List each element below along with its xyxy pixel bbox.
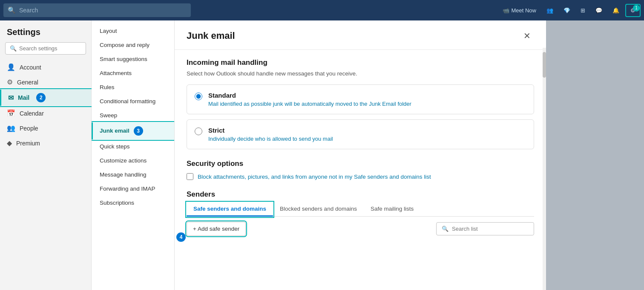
people-icon: 👥 xyxy=(546,7,553,14)
video-icon: 📹 xyxy=(503,7,509,14)
submenu-layout[interactable]: Layout xyxy=(92,24,174,38)
standard-radio[interactable] xyxy=(195,93,202,100)
scroll-indicator[interactable] xyxy=(543,48,546,290)
badge-1: 1 xyxy=(633,5,640,12)
panel-title: Junk email xyxy=(187,30,235,41)
submenu-sweep[interactable]: Sweep xyxy=(92,108,174,122)
chat-icon: 💬 xyxy=(595,7,602,14)
senders-section: Senders Safe senders and domains Blocked… xyxy=(187,190,534,236)
block-attachments-label: Block attachments, pictures, and links f… xyxy=(198,174,431,180)
security-title: Security options xyxy=(187,160,534,168)
mail-icon: ✉ xyxy=(8,94,14,102)
global-search[interactable]: 🔍 xyxy=(3,3,191,17)
people-nav-icon: 👥 xyxy=(7,124,15,132)
security-checkbox-row: Block attachments, pictures, and links f… xyxy=(187,173,534,180)
senders-tabs: Safe senders and domains Blocked senders… xyxy=(187,202,534,217)
right-gray-area xyxy=(546,20,644,290)
bell-button[interactable]: 🔔 xyxy=(608,5,624,16)
global-search-input[interactable] xyxy=(19,7,187,14)
panel-header: Junk email ✕ xyxy=(175,20,546,50)
sidebar-item-label: Calendar xyxy=(20,110,44,117)
mail-badge: 2 xyxy=(36,93,46,102)
layout-button[interactable]: ⊞ xyxy=(576,5,589,16)
sidebar-item-account[interactable]: 👤 Account xyxy=(0,60,91,75)
senders-title: Senders xyxy=(187,190,534,199)
junk-badge: 3 xyxy=(134,126,143,136)
panel-body: Incoming mail handling Select how Outloo… xyxy=(175,50,546,290)
close-button[interactable]: ✕ xyxy=(520,29,534,43)
submenu-subscriptions[interactable]: Subscriptions xyxy=(92,196,174,210)
tab-blocked-senders[interactable]: Blocked senders and domains xyxy=(273,202,364,217)
submenu-forwarding-imap[interactable]: Forwarding and IMAP xyxy=(92,182,174,196)
submenu-customize-actions[interactable]: Customize actions xyxy=(92,154,174,168)
strict-label: Strict xyxy=(208,127,333,134)
senders-body: + Add safe sender 🔍 xyxy=(187,222,534,236)
submenu-rules[interactable]: Rules xyxy=(92,80,174,94)
tab-safe-mailing[interactable]: Safe mailing lists xyxy=(364,202,420,217)
content-panel: Junk email ✕ Incoming mail handling Sele… xyxy=(175,20,546,290)
sidebar-item-label: Account xyxy=(20,64,41,71)
people-button[interactable]: 👥 xyxy=(542,5,558,16)
search-settings-container[interactable]: 🔍 xyxy=(5,42,86,55)
bell-icon: 🔔 xyxy=(612,7,619,14)
sidebar-item-label: People xyxy=(20,125,38,132)
strict-option[interactable]: Strict Individually decide who is allowe… xyxy=(187,119,534,149)
submenu-smart-suggestions[interactable]: Smart suggestions xyxy=(92,52,174,66)
tab-safe-senders[interactable]: Safe senders and domains xyxy=(187,202,273,217)
diamond-button[interactable]: 💎 xyxy=(559,5,575,16)
layout-icon: ⊞ xyxy=(581,7,585,14)
search-list-container[interactable]: 🔍 xyxy=(436,222,534,235)
calendar-icon: 📅 xyxy=(7,109,15,117)
sidebar-item-label: Premium xyxy=(16,140,40,147)
standard-label: Standard xyxy=(208,92,411,99)
meet-now-label: Meet Now xyxy=(511,7,536,14)
search-icon: 🔍 xyxy=(8,6,16,14)
standard-desc: Mail identified as possible junk will be… xyxy=(208,101,411,107)
search-settings-input[interactable] xyxy=(19,45,81,52)
incoming-mail-section: Incoming mail handling Select how Outloo… xyxy=(187,58,534,149)
strict-text: Strict Individually decide who is allowe… xyxy=(208,127,333,142)
incoming-mail-title: Incoming mail handling xyxy=(187,58,534,67)
sidebar-item-mail[interactable]: ✉ Mail 2 xyxy=(0,90,91,106)
submenu-junk-email[interactable]: Junk email 3 xyxy=(92,122,174,139)
submenu-message-handling[interactable]: Message handling xyxy=(92,168,174,182)
search-list-input[interactable] xyxy=(452,226,529,232)
settings-title: Settings xyxy=(0,27,91,42)
strict-radio[interactable] xyxy=(195,128,202,135)
sidebar-item-label: Mail xyxy=(18,94,29,101)
junk-email-label: Junk email xyxy=(100,128,129,134)
chat-button[interactable]: 💬 xyxy=(591,5,607,16)
add-safe-sender-button[interactable]: + Add safe sender xyxy=(187,222,246,236)
block-attachments-checkbox[interactable] xyxy=(187,173,193,180)
submenu-quick-steps[interactable]: Quick steps xyxy=(92,139,174,154)
account-icon: 👤 xyxy=(7,63,15,71)
main-area: Settings 🔍 👤 Account ⚙ General ✉ Mail 2 … xyxy=(0,20,644,290)
sidebar-item-general[interactable]: ⚙ General xyxy=(0,75,91,90)
submenu-compose-reply[interactable]: Compose and reply xyxy=(92,38,174,52)
top-bar-controls: 📹 Meet Now 👥 💎 ⊞ 💬 🔔 ⚙ 1 xyxy=(498,4,641,17)
strict-desc: Individually decide who is allowed to se… xyxy=(208,136,333,142)
submenu-conditional-formatting[interactable]: Conditional formatting xyxy=(92,94,174,108)
search-list-icon: 🔍 xyxy=(442,226,448,232)
sidebar-item-people[interactable]: 👥 People xyxy=(0,121,91,136)
top-bar: 🔍 📹 Meet Now 👥 💎 ⊞ 💬 🔔 ⚙ 1 xyxy=(0,0,644,20)
sidebar-item-label: General xyxy=(17,79,38,86)
premium-icon: ◆ xyxy=(7,139,12,147)
annotation-badge-4: 4 xyxy=(176,232,186,242)
sidebar-item-calendar[interactable]: 📅 Calendar xyxy=(0,106,91,121)
diamond-icon: 💎 xyxy=(564,7,570,14)
video-call-button[interactable]: 📹 Meet Now xyxy=(498,5,540,16)
standard-text: Standard Mail identified as possible jun… xyxy=(208,92,411,107)
submenu-attachments[interactable]: Attachments xyxy=(92,66,174,80)
general-icon: ⚙ xyxy=(7,78,13,86)
incoming-mail-desc: Select how Outlook should handle new mes… xyxy=(187,70,534,77)
security-section: Security options Block attachments, pict… xyxy=(187,160,534,180)
standard-option[interactable]: Standard Mail identified as possible jun… xyxy=(187,84,534,114)
scroll-thumb xyxy=(543,52,546,78)
sidebar-item-premium[interactable]: ◆ Premium xyxy=(0,136,91,151)
mail-submenu: Layout Compose and reply Smart suggestio… xyxy=(92,20,175,290)
search-settings-icon: 🔍 xyxy=(10,45,17,52)
settings-sidebar: Settings 🔍 👤 Account ⚙ General ✉ Mail 2 … xyxy=(0,20,92,290)
sidebar-nav: 👤 Account ⚙ General ✉ Mail 2 📅 Calendar … xyxy=(0,60,91,151)
